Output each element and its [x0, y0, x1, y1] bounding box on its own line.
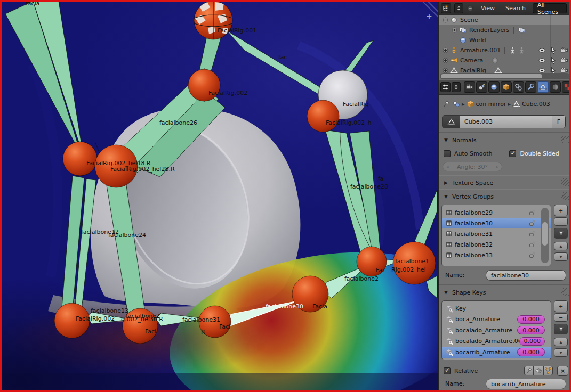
- vertex-group-row[interactable]: facialbone32: [442, 239, 551, 250]
- section-shape-keys-header[interactable]: ▼ Shape Keys: [439, 287, 571, 298]
- viewport-scene[interactable]: [0, 0, 438, 392]
- camera-obj-icon: [450, 56, 458, 64]
- relative-label: Relative: [454, 368, 478, 374]
- sk-name-input[interactable]: bocarrib_Armature: [486, 379, 566, 389]
- lock-toggle[interactable]: [528, 219, 536, 227]
- breadcrumb-datablock[interactable]: Cube.003: [522, 101, 550, 108]
- shape-key-row[interactable]: bocalado_Armature.001 0.000: [442, 336, 551, 347]
- tab-texture[interactable]: [562, 81, 571, 93]
- outliner-row-camera[interactable]: Camera: [439, 55, 571, 66]
- menu-search[interactable]: Search: [502, 5, 529, 12]
- section-texture-space-header[interactable]: ▶ Texture Space: [439, 177, 571, 189]
- editor-updown-button[interactable]: [454, 3, 463, 13]
- tab-scene[interactable]: [476, 81, 487, 93]
- outliner-row-armature-001[interactable]: Armature.001: [439, 45, 571, 55]
- tab-object[interactable]: [501, 81, 512, 93]
- speaker-button[interactable]: [534, 366, 543, 375]
- move-up-button[interactable]: ▲: [554, 338, 568, 346]
- network-button[interactable]: [543, 366, 553, 375]
- shape-key-value[interactable]: 0.000: [517, 315, 545, 324]
- move-up-button[interactable]: ▲: [554, 242, 568, 250]
- shape-key-row[interactable]: boca_Armature 0.000: [442, 314, 551, 325]
- shape-key-row[interactable]: bocalado_Armature 0.000: [442, 325, 551, 336]
- auto-smooth-checkbox[interactable]: [444, 150, 451, 157]
- slider-left-icon[interactable]: ◂: [446, 164, 449, 169]
- angle-slider[interactable]: ◂ Angle: 30° ▸: [443, 162, 502, 172]
- editor-type-button[interactable]: [440, 82, 451, 92]
- shape-key-value[interactable]: 0.000: [517, 348, 545, 356]
- pin-icon: [525, 367, 533, 374]
- shape-key-value[interactable]: 0.000: [517, 326, 545, 334]
- camera-data-icon: [491, 56, 499, 64]
- editor-outliner-icon: [442, 4, 450, 12]
- blender-window: faciaFacialRig.001facFacialRig.002Facial…: [0, 0, 571, 392]
- check-icon: ✓: [510, 149, 516, 157]
- filter-button[interactable]: [554, 228, 568, 239]
- lock-open-icon: [528, 251, 536, 259]
- tab-constraints[interactable]: [513, 81, 524, 93]
- vertex-group-row[interactable]: facialbone30: [442, 218, 551, 228]
- remove-button[interactable]: −: [554, 313, 568, 322]
- scenes-filter-dropdown[interactable]: All Scenes: [533, 3, 567, 13]
- lock-toggle[interactable]: [528, 241, 536, 248]
- armature-ghost-icon: [518, 46, 526, 54]
- shape-key-row[interactable]: bocarrib_Armature 0.000: [442, 347, 551, 358]
- pin-button[interactable]: [524, 366, 534, 375]
- shape-key-value[interactable]: 0.000: [519, 337, 545, 346]
- expander-plus-icon: [442, 57, 449, 64]
- viewport-3d[interactable]: faciaFacialRig.001facFacialRig.002Facial…: [0, 0, 438, 392]
- tab-material[interactable]: [550, 81, 561, 93]
- menu-view[interactable]: View: [477, 5, 498, 12]
- tab-data[interactable]: [537, 81, 549, 93]
- vertex-groups-rows: facialbone29 facialbone30 facialbone31 f…: [442, 207, 551, 260]
- tab-world[interactable]: [488, 81, 500, 93]
- remove-button[interactable]: −: [554, 217, 568, 226]
- section-divider: [439, 284, 571, 285]
- list-scrollbar[interactable]: [541, 208, 549, 263]
- add-button[interactable]: +: [554, 205, 568, 216]
- breadcrumb-context[interactable]: con mirror: [476, 101, 506, 108]
- lock-toggle[interactable]: [528, 230, 536, 238]
- double-sided-checkbox[interactable]: ✓: [509, 150, 516, 157]
- editor-updown-button[interactable]: [452, 82, 461, 92]
- shape-key-row[interactable]: Key: [442, 303, 551, 314]
- tab-modifiers[interactable]: [525, 81, 536, 93]
- outliner-tree: SceneRenderLayersWorldArmature.001Camera…: [439, 15, 571, 72]
- restriction-toggles[interactable]: [538, 56, 568, 64]
- section-normals-header[interactable]: ▼ Normals: [439, 134, 571, 146]
- outliner-row-scene[interactable]: Scene: [439, 15, 571, 25]
- scrollbar-thumb[interactable]: [542, 222, 548, 246]
- move-down-button[interactable]: ▼: [554, 252, 568, 261]
- check-icon: ✓: [445, 366, 450, 374]
- lock-toggle[interactable]: [528, 251, 536, 259]
- outliner-row-renderlayers[interactable]: RenderLayers: [439, 25, 571, 35]
- objdata-icon: [452, 100, 460, 108]
- relative-checkbox[interactable]: ✓: [444, 368, 451, 374]
- minus-circle-icon[interactable]: [467, 5, 474, 12]
- clear-shape-keys-button[interactable]: ×: [557, 366, 568, 376]
- section-title: Normals: [452, 137, 477, 144]
- vertex-group-row[interactable]: facialbone31: [442, 228, 551, 239]
- tab-render[interactable]: [464, 81, 475, 93]
- filter-button[interactable]: [554, 324, 568, 334]
- vertex-group-row[interactable]: facialbone33: [442, 250, 551, 260]
- section-vertex-groups-header[interactable]: ▼ Vertex Groups: [439, 191, 571, 202]
- region-expand-icon[interactable]: +: [426, 12, 432, 20]
- slider-right-icon[interactable]: ▸: [496, 164, 498, 169]
- move-down-button[interactable]: ▼: [554, 348, 568, 357]
- vg-name-input[interactable]: facialbone30: [486, 270, 566, 281]
- datablock-name-input[interactable]: Cube.003: [460, 116, 552, 128]
- shape-key-name: boca_Armature: [455, 316, 500, 323]
- add-button[interactable]: +: [554, 300, 568, 312]
- scrollbar-thumb[interactable]: [441, 74, 542, 78]
- lock-toggle[interactable]: [528, 209, 536, 216]
- pin-icon[interactable]: [442, 100, 450, 108]
- outliner-hscrollbar[interactable]: [440, 73, 570, 79]
- fake-user-button[interactable]: F: [552, 116, 565, 128]
- editor-type-button[interactable]: [441, 3, 451, 13]
- outliner-row-world[interactable]: World: [439, 35, 571, 45]
- restriction-toggles[interactable]: [538, 46, 568, 54]
- lock-open-icon: [528, 230, 536, 238]
- shape-key-name: bocalado_Armature: [455, 327, 512, 334]
- vertex-group-row[interactable]: facialbone29: [442, 207, 551, 218]
